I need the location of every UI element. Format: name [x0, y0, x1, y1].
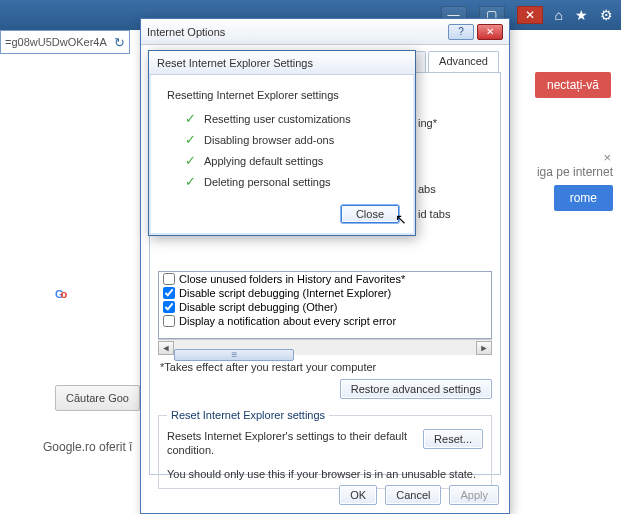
checkbox[interactable] — [163, 273, 175, 285]
internet-options-title-bar[interactable]: Internet Options ? ✕ — [141, 19, 509, 45]
reset-progress-dialog: Reset Internet Explorer Settings Resetti… — [148, 50, 416, 236]
scroll-thumb[interactable] — [174, 349, 294, 361]
reset-note: You should only use this if your browser… — [167, 468, 483, 480]
list-text-fragment: abs — [418, 183, 436, 195]
address-bar[interactable]: =g08wU5DwOKer4A ↻ — [0, 30, 130, 54]
list-item[interactable]: Display a notification about every scrip… — [159, 314, 491, 328]
signin-button[interactable]: nectați-vă — [535, 72, 611, 98]
list-item[interactable]: Disable script debugging (Internet Explo… — [159, 286, 491, 300]
dialog-title: Internet Options — [147, 26, 445, 38]
reset-button[interactable]: Reset... — [423, 429, 483, 449]
ok-button[interactable]: OK — [339, 485, 377, 505]
promo-button[interactable]: rome — [554, 185, 613, 211]
home-icon[interactable]: ⌂ — [555, 7, 563, 23]
url-text: =g08wU5DwOKer4A — [5, 36, 107, 48]
browser-close-button[interactable]: ✕ — [517, 6, 543, 24]
close-button[interactable]: Close — [341, 205, 399, 223]
list-item[interactable]: Disable script debugging (Other) — [159, 300, 491, 314]
check-icon: ✓ — [185, 111, 196, 126]
apply-button[interactable]: Apply — [449, 485, 499, 505]
reset-item: ✓Deleting personal settings — [185, 174, 401, 189]
reset-items-list: ✓Resetting user customizations ✓Disablin… — [185, 111, 401, 189]
google-search-button[interactable]: Căutare Goo — [55, 385, 140, 411]
google-logo: Go — [55, 245, 64, 312]
list-item[interactable]: Close unused folders in History and Favo… — [159, 272, 491, 286]
dialog-close-button[interactable]: ✕ — [477, 24, 503, 40]
tools-icon[interactable]: ⚙ — [600, 7, 613, 23]
reset-group: Reset Internet Explorer settings Resets … — [158, 409, 492, 489]
check-icon: ✓ — [185, 174, 196, 189]
checkbox[interactable] — [163, 287, 175, 299]
checkbox[interactable] — [163, 301, 175, 313]
promo-close-icon[interactable]: × — [603, 150, 611, 165]
reset-item: ✓Applying default settings — [185, 153, 401, 168]
restart-note: *Takes effect after you restart your com… — [160, 361, 490, 373]
reset-item: ✓Disabling browser add-ons — [185, 132, 401, 147]
list-text-fragment: id tabs — [418, 208, 450, 220]
reset-description: Resets Internet Explorer's settings to t… — [167, 429, 413, 458]
reset-legend: Reset Internet Explorer settings — [167, 409, 329, 421]
reset-item: ✓Resetting user customizations — [185, 111, 401, 126]
promo-text: iga pe internet — [537, 165, 613, 179]
check-icon: ✓ — [185, 132, 196, 147]
refresh-icon[interactable]: ↻ — [114, 35, 125, 50]
check-icon: ✓ — [185, 153, 196, 168]
dialog-button-row: OK Cancel Apply — [339, 485, 499, 505]
checkbox[interactable] — [163, 315, 175, 327]
dialog-help-button[interactable]: ? — [448, 24, 474, 40]
horizontal-scrollbar[interactable]: ◄ ► — [158, 339, 492, 355]
restore-advanced-button[interactable]: Restore advanced settings — [340, 379, 492, 399]
reset-dialog-title: Reset Internet Explorer Settings — [157, 57, 313, 69]
advanced-settings-list[interactable]: Close unused folders in History and Favo… — [158, 271, 492, 339]
footer-text: Google.ro oferit î — [43, 440, 132, 454]
reset-header: Resetting Internet Explorer settings — [167, 89, 401, 101]
scroll-right-icon[interactable]: ► — [476, 341, 492, 355]
favorites-icon[interactable]: ★ — [575, 7, 588, 23]
tab-advanced[interactable]: Advanced — [428, 51, 499, 73]
list-text-fragment: ing* — [418, 117, 437, 129]
cancel-button[interactable]: Cancel — [385, 485, 441, 505]
reset-dialog-title-bar[interactable]: Reset Internet Explorer Settings — [149, 51, 415, 75]
scroll-left-icon[interactable]: ◄ — [158, 341, 174, 355]
